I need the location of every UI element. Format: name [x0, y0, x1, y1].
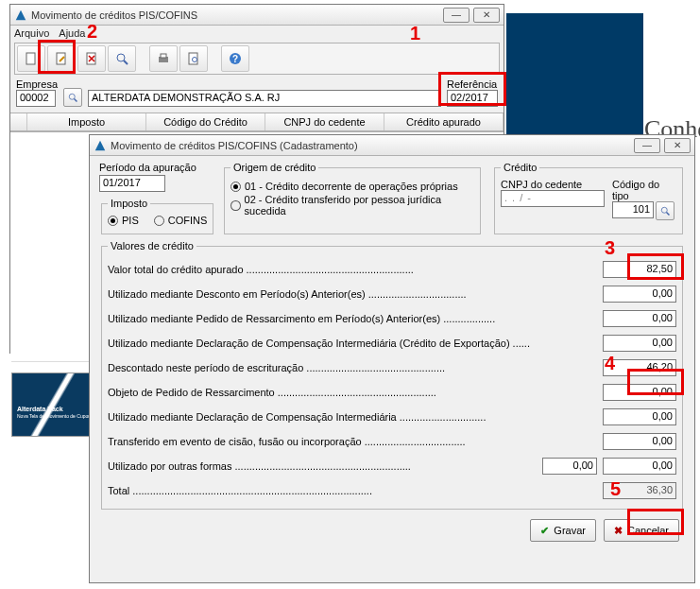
empresa-name-input[interactable]: ALTERDATA DEMONSTRAÇÃO S.A. RJ	[88, 90, 441, 107]
imposto-legend: Imposto	[108, 198, 150, 209]
svg-point-10	[69, 94, 75, 99]
empresa-label: Empresa	[16, 78, 58, 90]
svg-rect-1	[57, 53, 65, 64]
valor-row: Transferido em evento de cisão, fusão ou…	[108, 429, 676, 454]
valor-input[interactable]: 82,50	[603, 261, 676, 278]
valor-row: Objeto de Pedido de Ressarcimento ......…	[108, 380, 676, 405]
valor-row: Utilizado mediante Declaração de Compens…	[108, 331, 676, 355]
valor-label: Utilizado mediante Declaração de Compens…	[108, 411, 542, 423]
radio-origem-1-label: 01 - Crédito decorrente de operações pró…	[245, 181, 458, 192]
menu-arquivo[interactable]: Arquivo	[14, 27, 49, 39]
origem-legend: Origem de crédito	[230, 162, 318, 173]
valor-input[interactable]: 0,00	[603, 408, 676, 425]
valor-row: Utilizado mediante Desconto em Período(s…	[108, 282, 676, 306]
valor-row: Utilizado mediante Declaração de Compens…	[108, 405, 676, 429]
valores-fieldset: Valores de crédito Valor total do crédit…	[101, 240, 683, 510]
radio-pis[interactable]: PIS COFINS	[108, 215, 207, 226]
modal-window: Movimento de créditos PIS/COFINS (Cadast…	[89, 134, 695, 583]
cancelar-label: Cancelar	[627, 525, 669, 536]
svg-text:?: ?	[232, 54, 238, 64]
app-icon	[14, 9, 27, 22]
radio-cofins-dot	[154, 216, 164, 226]
svg-point-11	[661, 207, 667, 213]
valor-input[interactable]: 0,00	[603, 310, 676, 327]
col-cnpj[interactable]: CNPJ do cedente	[265, 113, 384, 130]
valor-input: 36,30	[603, 482, 676, 499]
codigo-lookup-button[interactable]	[656, 201, 674, 220]
radio-origem-2-dot	[230, 200, 241, 211]
delete-button[interactable]	[77, 45, 106, 72]
valor-input[interactable]: 0,00	[603, 433, 676, 450]
col-apurado[interactable]: Crédito apurado	[384, 113, 504, 130]
radio-origem-2[interactable]: 02 - Crédito transferido por pessoa jurí…	[230, 194, 474, 217]
valor-input[interactable]: 0,00	[603, 458, 676, 475]
codigo-input[interactable]: 101	[612, 201, 654, 218]
valor-label: Utilizado mediante Pedido de Ressarcimen…	[108, 313, 542, 324]
cnpj-label: CNPJ do cedente	[501, 179, 605, 190]
referencia-input[interactable]: 02/2017	[447, 90, 498, 107]
thumbnail-title: Alterdata Pack	[17, 406, 63, 412]
search-button[interactable]	[108, 45, 136, 72]
check-icon: ✔	[540, 525, 549, 537]
valor-label: Objeto de Pedido de Ressarcimento ......…	[108, 387, 542, 398]
background-panel	[506, 13, 643, 147]
valor-input[interactable]: 0,00	[603, 384, 676, 401]
gravar-button[interactable]: ✔ Gravar	[530, 519, 596, 542]
svg-rect-6	[189, 53, 197, 64]
valor-input[interactable]: 0,00	[603, 335, 676, 352]
toolbar: ?	[14, 43, 500, 75]
radio-origem-2-label: 02 - Crédito transferido por pessoa jurí…	[245, 194, 474, 217]
help-button[interactable]: ?	[221, 45, 249, 72]
menu-ajuda[interactable]: Ajuda	[59, 27, 85, 39]
valor-label: Transferido em evento de cisão, fusão ou…	[108, 436, 542, 447]
valor-input[interactable]: 46,20	[603, 359, 676, 376]
modal-close-button[interactable]: ✕	[664, 138, 691, 153]
cancelar-button[interactable]: ✖ Cancelar	[604, 519, 679, 542]
svg-rect-5	[161, 54, 166, 58]
valor-row: Utilizado mediante Pedido de Ressarcimen…	[108, 306, 676, 331]
modal-icon	[94, 139, 107, 152]
empresa-lookup-button[interactable]	[63, 88, 82, 107]
cnpj-input[interactable]: . . / -	[501, 190, 605, 207]
preview-button[interactable]	[179, 45, 208, 72]
button-bar: ✔ Gravar ✖ Cancelar	[99, 515, 685, 542]
radio-origem-1[interactable]: 01 - Crédito decorrente de operações pró…	[230, 181, 474, 192]
close-button[interactable]: ✕	[473, 8, 500, 23]
radio-origem-1-dot	[230, 182, 241, 192]
new-button[interactable]	[17, 45, 45, 72]
modal-body: Período da apuração 01/2017 Imposto PIS …	[90, 156, 694, 547]
valor-label: Descontado neste período de escrituração…	[108, 362, 542, 373]
modal-minimize-button[interactable]: —	[634, 138, 660, 153]
valor-label: Utilizado mediante Desconto em Período(s…	[108, 288, 542, 300]
credito-legend: Crédito	[501, 162, 539, 173]
print-button[interactable]	[149, 45, 178, 72]
empresa-row: Empresa 00002 ALTERDATA DEMONSTRAÇÃO S.A…	[10, 77, 504, 113]
valor-label: Utilizado mediante Declaração de Compens…	[108, 338, 542, 349]
col-imposto[interactable]: Imposto	[27, 113, 146, 130]
menubar: Arquivo Ajuda	[10, 26, 504, 41]
valor-extra-input[interactable]: 0,00	[542, 458, 597, 475]
radio-pis-dot	[108, 216, 118, 226]
valor-row: Valor total do crédito apurado .........…	[108, 257, 676, 282]
edit-button[interactable]	[47, 45, 76, 72]
valor-label: Utilizado por outras formas ............…	[108, 460, 542, 472]
svg-point-3	[117, 54, 125, 61]
gravar-label: Gravar	[554, 525, 586, 536]
x-icon: ✖	[614, 525, 623, 537]
referencia-label: Referência	[447, 78, 498, 90]
col-codigo[interactable]: Código do Crédito	[146, 113, 265, 130]
valor-row: Descontado neste período de escrituração…	[108, 355, 676, 380]
main-title: Movimento de créditos PIS/COFINS	[31, 9, 439, 21]
valor-row: Total ..................................…	[108, 478, 676, 503]
periodo-input[interactable]: 01/2017	[99, 175, 165, 192]
grid-header: Imposto Código do Crédito CNPJ do cedent…	[10, 113, 504, 131]
valor-label: Total ..................................…	[108, 485, 542, 496]
valor-row: Utilizado por outras formas ............…	[108, 454, 676, 478]
empresa-code-input[interactable]: 00002	[16, 90, 56, 107]
valor-input[interactable]: 0,00	[603, 286, 676, 303]
modal-title: Movimento de créditos PIS/COFINS (Cadast…	[111, 140, 630, 151]
valores-legend: Valores de crédito	[108, 240, 196, 251]
modal-titlebar: Movimento de créditos PIS/COFINS (Cadast…	[90, 135, 694, 156]
minimize-button[interactable]: —	[443, 8, 470, 23]
valor-label: Valor total do crédito apurado .........…	[108, 264, 542, 275]
